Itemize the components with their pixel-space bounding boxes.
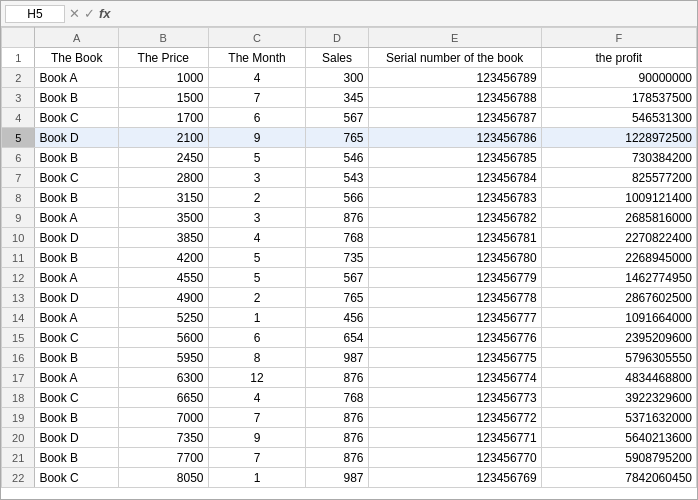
cell-r13-c5[interactable]: 123456778: [368, 288, 541, 308]
cell-r5-c6[interactable]: 1228972500: [541, 128, 696, 148]
row-number-19[interactable]: 19: [2, 408, 35, 428]
cell-r18-c3[interactable]: 4: [208, 388, 306, 408]
col-header-d[interactable]: D: [306, 28, 368, 48]
cell-r11-c4[interactable]: 735: [306, 248, 368, 268]
cell-r12-c4[interactable]: 567: [306, 268, 368, 288]
cell-r10-c2[interactable]: 3850: [119, 228, 209, 248]
cell-r9-c5[interactable]: 123456782: [368, 208, 541, 228]
cell-r5-c5[interactable]: 123456786: [368, 128, 541, 148]
cell-r3-c6[interactable]: 178537500: [541, 88, 696, 108]
row-number-9[interactable]: 9: [2, 208, 35, 228]
col-header-b[interactable]: B: [119, 28, 209, 48]
cell-r17-c2[interactable]: 6300: [119, 368, 209, 388]
cell-r2-c5[interactable]: 123456789: [368, 68, 541, 88]
cell-r17-c4[interactable]: 876: [306, 368, 368, 388]
cell-r13-c4[interactable]: 765: [306, 288, 368, 308]
cell-r14-c5[interactable]: 123456777: [368, 308, 541, 328]
row-number-10[interactable]: 10: [2, 228, 35, 248]
cell-r4-c4[interactable]: 567: [306, 108, 368, 128]
name-box[interactable]: [5, 5, 65, 23]
cell-r16-c4[interactable]: 987: [306, 348, 368, 368]
cell-r12-c5[interactable]: 123456779: [368, 268, 541, 288]
cell-r5-c2[interactable]: 2100: [119, 128, 209, 148]
cell-r20-c3[interactable]: 9: [208, 428, 306, 448]
cell-r2-c2[interactable]: 1000: [119, 68, 209, 88]
cell-r12-c2[interactable]: 4550: [119, 268, 209, 288]
fx-icon[interactable]: fx: [99, 6, 111, 21]
row-number-16[interactable]: 16: [2, 348, 35, 368]
cell-r6-c3[interactable]: 5: [208, 148, 306, 168]
cell-r3-c1[interactable]: Book B: [35, 88, 119, 108]
cell-r6-c4[interactable]: 546: [306, 148, 368, 168]
row-number-7[interactable]: 7: [2, 168, 35, 188]
cell-r3-c2[interactable]: 1500: [119, 88, 209, 108]
cell-r18-c4[interactable]: 768: [306, 388, 368, 408]
col-header-a[interactable]: A: [35, 28, 119, 48]
cell-r2-c6[interactable]: 90000000: [541, 68, 696, 88]
formula-input[interactable]: [115, 7, 693, 21]
cell-r22-c5[interactable]: 123456769: [368, 468, 541, 488]
cell-r4-c3[interactable]: 6: [208, 108, 306, 128]
cell-r20-c6[interactable]: 5640213600: [541, 428, 696, 448]
cell-r22-c1[interactable]: Book C: [35, 468, 119, 488]
cell-r10-c3[interactable]: 4: [208, 228, 306, 248]
cell-r21-c6[interactable]: 5908795200: [541, 448, 696, 468]
cell-r8-c2[interactable]: 3150: [119, 188, 209, 208]
cell-r16-c2[interactable]: 5950: [119, 348, 209, 368]
cell-r10-c6[interactable]: 2270822400: [541, 228, 696, 248]
cell-r17-c1[interactable]: Book A: [35, 368, 119, 388]
cell-r19-c3[interactable]: 7: [208, 408, 306, 428]
cell-r12-c6[interactable]: 1462774950: [541, 268, 696, 288]
cell-r18-c6[interactable]: 3922329600: [541, 388, 696, 408]
row-number-3[interactable]: 3: [2, 88, 35, 108]
cell-r6-c2[interactable]: 2450: [119, 148, 209, 168]
cell-r21-c3[interactable]: 7: [208, 448, 306, 468]
cell-r12-c1[interactable]: Book A: [35, 268, 119, 288]
cell-r20-c1[interactable]: Book D: [35, 428, 119, 448]
row-number-12[interactable]: 12: [2, 268, 35, 288]
cancel-icon[interactable]: ✕: [69, 6, 80, 21]
cell-r1-c5[interactable]: Serial number of the book: [368, 48, 541, 68]
cell-r9-c3[interactable]: 3: [208, 208, 306, 228]
cell-r8-c5[interactable]: 123456783: [368, 188, 541, 208]
cell-r13-c1[interactable]: Book D: [35, 288, 119, 308]
cell-r3-c3[interactable]: 7: [208, 88, 306, 108]
cell-r11-c2[interactable]: 4200: [119, 248, 209, 268]
row-number-1[interactable]: 1: [2, 48, 35, 68]
cell-r22-c2[interactable]: 8050: [119, 468, 209, 488]
cell-r6-c6[interactable]: 730384200: [541, 148, 696, 168]
cell-r17-c3[interactable]: 12: [208, 368, 306, 388]
cell-r4-c1[interactable]: Book C: [35, 108, 119, 128]
cell-r7-c2[interactable]: 2800: [119, 168, 209, 188]
cell-r8-c3[interactable]: 2: [208, 188, 306, 208]
cell-r21-c1[interactable]: Book B: [35, 448, 119, 468]
cell-r18-c5[interactable]: 123456773: [368, 388, 541, 408]
cell-r7-c4[interactable]: 543: [306, 168, 368, 188]
cell-r1-c6[interactable]: the profit: [541, 48, 696, 68]
cell-r2-c4[interactable]: 300: [306, 68, 368, 88]
cell-r20-c5[interactable]: 123456771: [368, 428, 541, 448]
cell-r11-c6[interactable]: 2268945000: [541, 248, 696, 268]
cell-r19-c6[interactable]: 5371632000: [541, 408, 696, 428]
cell-r14-c3[interactable]: 1: [208, 308, 306, 328]
row-number-5[interactable]: 5: [2, 128, 35, 148]
cell-r12-c3[interactable]: 5: [208, 268, 306, 288]
cell-r10-c5[interactable]: 123456781: [368, 228, 541, 248]
cell-r16-c6[interactable]: 5796305550: [541, 348, 696, 368]
row-number-13[interactable]: 13: [2, 288, 35, 308]
row-number-14[interactable]: 14: [2, 308, 35, 328]
cell-r15-c4[interactable]: 654: [306, 328, 368, 348]
cell-r8-c1[interactable]: Book B: [35, 188, 119, 208]
cell-r6-c5[interactable]: 123456785: [368, 148, 541, 168]
cell-r19-c4[interactable]: 876: [306, 408, 368, 428]
cell-r3-c4[interactable]: 345: [306, 88, 368, 108]
cell-r14-c1[interactable]: Book A: [35, 308, 119, 328]
cell-r14-c2[interactable]: 5250: [119, 308, 209, 328]
cell-r22-c6[interactable]: 7842060450: [541, 468, 696, 488]
cell-r3-c5[interactable]: 123456788: [368, 88, 541, 108]
cell-r11-c5[interactable]: 123456780: [368, 248, 541, 268]
cell-r7-c3[interactable]: 3: [208, 168, 306, 188]
cell-r9-c6[interactable]: 2685816000: [541, 208, 696, 228]
col-header-c[interactable]: C: [208, 28, 306, 48]
cell-r17-c6[interactable]: 4834468800: [541, 368, 696, 388]
